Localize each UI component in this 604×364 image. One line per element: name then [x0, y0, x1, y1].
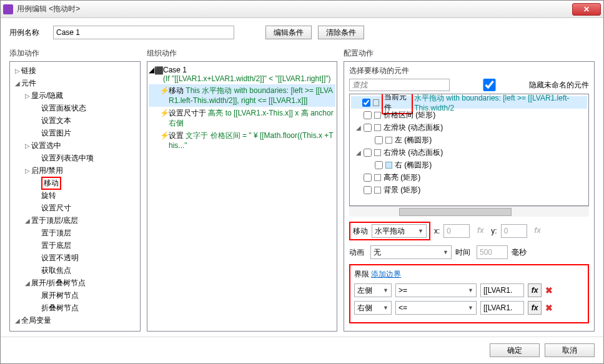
- anim-label: 动画: [349, 247, 367, 258]
- widget-row[interactable]: 背景 (矩形): [351, 184, 587, 196]
- x-label: x:: [434, 227, 440, 235]
- bounds-label: 界限: [354, 270, 369, 278]
- tree-item[interactable]: ◢展开/折叠树节点: [11, 277, 139, 289]
- widget-checkbox[interactable]: [364, 111, 372, 119]
- case-row[interactable]: ◢ ⬛ Case 1 (If "[[LVAR1.x+LVAR1.width/2]…: [149, 64, 335, 84]
- scroll-thumb[interactable]: [399, 208, 512, 216]
- widget-checkbox[interactable]: [364, 124, 372, 132]
- move-label: 移动: [353, 226, 368, 237]
- tree-item[interactable]: ◢元件: [11, 77, 139, 89]
- case-icon: ⬛: [154, 66, 163, 75]
- tree-item[interactable]: 设置面板状态: [11, 102, 139, 114]
- hscrollbar[interactable]: [349, 206, 589, 217]
- widget-row[interactable]: ◢左滑块 (动态面板): [351, 121, 587, 134]
- case-name-input[interactable]: [53, 26, 234, 39]
- tree-item[interactable]: 设置图片: [11, 127, 139, 139]
- dur-input[interactable]: [477, 245, 508, 259]
- shape-icon: [374, 187, 381, 194]
- move-config-highlight: 移动 水平拖动▼: [349, 222, 430, 240]
- tree-item[interactable]: ▷链接: [11, 64, 139, 77]
- action-tree[interactable]: ▷链接◢元件▷显示/隐藏设置面板状态设置文本设置图片▷设置选中设置列表选中项▷启…: [9, 61, 141, 332]
- widget-checkbox[interactable]: [364, 174, 372, 182]
- widget-row[interactable]: 高亮 (矩形): [351, 171, 587, 184]
- case-name-row: 用例名称 编辑条件 清除条件: [9, 26, 595, 39]
- edit-condition-button[interactable]: 编辑条件: [265, 26, 312, 39]
- window: 用例编辑 <拖动时> ✕ 用例名称 编辑条件 清除条件 添加动作 ▷链接◢元件▷…: [0, 0, 604, 364]
- add-bound-link[interactable]: 添加边界: [371, 270, 401, 278]
- case-cond: (If "[[LVAR1.x+LVAR1.width/2]]" < "[[LVA…: [163, 74, 330, 83]
- y-input[interactable]: [501, 224, 527, 238]
- widget-row[interactable]: 当前元件水平拖动 with boundaries: [left >= [[LVA…: [351, 96, 587, 109]
- window-title: 用例编辑 <拖动时>: [17, 4, 572, 14]
- hide-unnamed-checkbox[interactable]: [453, 79, 525, 91]
- tree-item[interactable]: 获取焦点: [11, 264, 139, 277]
- col-head-right: 配置动作: [344, 48, 595, 59]
- y-label: y:: [491, 227, 497, 235]
- bound-op-select[interactable]: >=▼: [395, 283, 477, 297]
- bound-value-input[interactable]: [480, 283, 524, 297]
- widget-checkbox[interactable]: [364, 149, 372, 157]
- fx-y[interactable]: fx: [531, 224, 545, 238]
- tree-item[interactable]: ◢全局变量: [11, 314, 139, 327]
- cancel-button[interactable]: 取消: [545, 343, 595, 357]
- widget-tree[interactable]: 当前元件水平拖动 with boundaries: [left >= [[LVA…: [349, 94, 589, 206]
- action-row[interactable]: ⚡设置尺寸于 高亮 to [[LVAR1.x-This.x]] x 高 anch…: [149, 107, 335, 129]
- widget-label: 价格区间 (矩形): [384, 110, 435, 121]
- bound-side-select[interactable]: 左侧▼: [354, 283, 392, 297]
- tree-item[interactable]: 展开树节点: [11, 289, 139, 302]
- bounds-box: 界限 添加边界 左侧▼>=▼fx✖右侧▼<=▼fx✖: [349, 264, 589, 323]
- bolt-icon: ⚡: [160, 86, 169, 95]
- bound-row: 左侧▼>=▼fx✖: [354, 283, 584, 297]
- tree-item[interactable]: 折叠树节点: [11, 302, 139, 314]
- bolt-icon: ⚡: [160, 109, 169, 117]
- widget-row[interactable]: ◢右滑块 (动态面板): [351, 146, 587, 159]
- tree-item[interactable]: 设置列表选中项: [11, 152, 139, 164]
- widget-checkbox[interactable]: [362, 99, 370, 107]
- tree-item[interactable]: 设置尺寸: [11, 202, 139, 214]
- tree-item[interactable]: 置于底层: [11, 239, 139, 252]
- action-row[interactable]: ⚡移动 This 水平拖动 with boundaries: [left >= …: [149, 84, 335, 107]
- widget-checkbox[interactable]: [364, 186, 372, 194]
- tree-item[interactable]: ▷启用/禁用: [11, 164, 139, 177]
- widget-row[interactable]: 左 (椭圆形): [351, 134, 587, 146]
- delete-bound-button[interactable]: ✖: [545, 285, 553, 295]
- organize-panel[interactable]: ◢ ⬛ Case 1 (If "[[LVAR1.x+LVAR1.width/2]…: [147, 61, 337, 332]
- col-head-mid: 组织动作: [147, 48, 337, 59]
- action-row[interactable]: ⚡设置 文字于 价格区间 = " ¥ [[Math.floor((This.x …: [149, 129, 335, 152]
- shape-icon: [374, 112, 381, 119]
- fx-button[interactable]: fx: [528, 283, 542, 297]
- tree-item[interactable]: 设置不透明: [11, 252, 139, 264]
- ok-button[interactable]: 确定: [490, 343, 540, 357]
- case-name-label: 用例名称: [9, 27, 47, 38]
- delete-bound-button[interactable]: ✖: [545, 303, 553, 313]
- widget-label: 右 (椭圆形): [395, 160, 432, 170]
- fx-x[interactable]: fx: [473, 224, 487, 238]
- col-config: 配置动作 选择要移动的元件 隐藏未命名的元件 当前元件水平拖动 with bou…: [344, 48, 595, 332]
- bound-value-input[interactable]: [480, 301, 524, 315]
- fx-button[interactable]: fx: [528, 301, 542, 315]
- x-input[interactable]: [443, 224, 470, 238]
- hide-unnamed-label: 隐藏未命名的元件: [529, 80, 589, 91]
- bound-op-select[interactable]: <=▼: [395, 301, 477, 315]
- widget-checkbox[interactable]: [375, 136, 383, 144]
- titlebar: 用例编辑 <拖动时> ✕: [1, 1, 603, 18]
- tree-item[interactable]: 旋转: [11, 189, 139, 202]
- col-add-action: 添加动作 ▷链接◢元件▷显示/隐藏设置面板状态设置文本设置图片▷设置选中设置列表…: [9, 48, 141, 332]
- bound-side-select[interactable]: 右侧▼: [354, 301, 392, 315]
- tree-item[interactable]: ▷设置选中: [11, 139, 139, 152]
- move-type-select[interactable]: 水平拖动▼: [372, 224, 427, 238]
- anim-select[interactable]: 无▼: [370, 245, 452, 259]
- bolt-icon: ⚡: [160, 131, 169, 140]
- tree-item[interactable]: 置于顶层: [11, 227, 139, 239]
- select-widget-title: 选择要移动的元件: [349, 66, 589, 76]
- widget-checkbox[interactable]: [375, 161, 383, 169]
- clear-condition-button[interactable]: 清除条件: [318, 26, 364, 39]
- close-button[interactable]: ✕: [572, 3, 601, 16]
- widget-label: 右滑块 (动态面板): [384, 147, 443, 158]
- tree-item[interactable]: 移动: [11, 177, 139, 189]
- tree-item[interactable]: 设置文本: [11, 114, 139, 127]
- tree-item[interactable]: ▷显示/隐藏: [11, 89, 139, 102]
- tree-item[interactable]: ◢置于顶层/底层: [11, 214, 139, 227]
- search-input[interactable]: [349, 79, 450, 91]
- widget-row[interactable]: 右 (椭圆形): [351, 159, 587, 171]
